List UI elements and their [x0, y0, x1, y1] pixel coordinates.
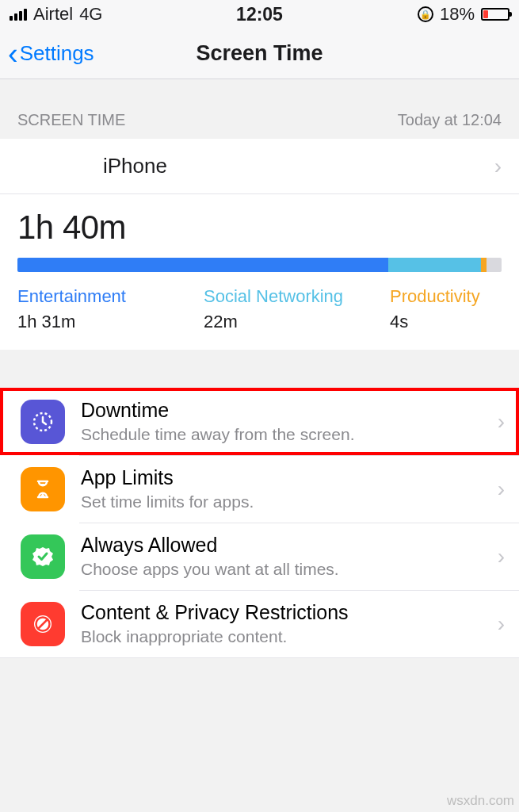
- section-title: SCREEN TIME: [17, 111, 125, 129]
- chevron-right-icon: ›: [498, 544, 505, 569]
- back-label: Settings: [20, 41, 94, 66]
- menu-item-downtime[interactable]: Downtime Schedule time away from the scr…: [0, 388, 519, 455]
- prohibit-icon: [21, 602, 65, 646]
- category-productivity: Productivity 4s: [390, 286, 502, 332]
- status-time: 12:05: [236, 4, 283, 25]
- category-social: Social Networking 22m: [204, 286, 390, 332]
- category-label: Entertainment: [17, 286, 204, 307]
- usage-segment-social: [388, 258, 481, 272]
- usage-bar-chart: [17, 258, 502, 272]
- category-time: 4s: [390, 312, 502, 332]
- category-label: Productivity: [390, 286, 502, 307]
- carrier-label: Airtel: [33, 4, 73, 25]
- menu-item-always-allowed[interactable]: Always Allowed Choose apps you want at a…: [0, 523, 519, 590]
- settings-menu: Downtime Schedule time away from the scr…: [0, 388, 519, 658]
- menu-subtitle: Choose apps you want at all times.: [81, 560, 498, 579]
- category-time: 1h 31m: [17, 312, 204, 332]
- page-title: Screen Time: [196, 41, 322, 66]
- menu-subtitle: Set time limits for apps.: [81, 492, 498, 511]
- menu-title: App Limits: [81, 466, 498, 489]
- device-name: iPhone: [103, 154, 167, 178]
- cellular-signal-icon: [10, 9, 27, 21]
- menu-title: Content & Privacy Restrictions: [81, 601, 498, 624]
- menu-title: Always Allowed: [81, 534, 498, 557]
- network-label: 4G: [79, 4, 102, 25]
- checkmark-badge-icon: [21, 534, 65, 579]
- menu-item-content-restrictions[interactable]: Content & Privacy Restrictions Block ina…: [0, 590, 519, 657]
- battery-icon: [481, 8, 509, 21]
- device-row[interactable]: iPhone ›: [0, 139, 519, 194]
- downtime-icon: [21, 400, 65, 444]
- menu-subtitle: Block inappropriate content.: [81, 627, 498, 646]
- rotation-lock-icon: 🔒: [418, 6, 433, 22]
- chevron-right-icon: ›: [494, 154, 502, 179]
- usage-segment-other: [487, 258, 502, 272]
- menu-subtitle: Schedule time away from the screen.: [81, 425, 498, 444]
- navigation-bar: ‹ Settings Screen Time: [0, 29, 519, 79]
- status-bar: Airtel 4G 12:05 🔒 18%: [0, 0, 519, 29]
- battery-percent: 18%: [440, 4, 475, 25]
- menu-title: Downtime: [81, 399, 498, 422]
- chevron-right-icon: ›: [498, 409, 505, 435]
- section-timestamp: Today at 12:04: [398, 111, 502, 129]
- chevron-right-icon: ›: [498, 611, 505, 637]
- total-screentime: 1h 40m: [17, 209, 502, 247]
- watermark: wsxdn.com: [447, 793, 514, 809]
- category-entertainment: Entertainment 1h 31m: [17, 286, 204, 332]
- usage-segment-entertainment: [17, 258, 388, 272]
- category-label: Social Networking: [204, 286, 390, 307]
- menu-item-app-limits[interactable]: App Limits Set time limits for apps. ›: [0, 455, 519, 523]
- back-button[interactable]: ‹ Settings: [8, 41, 94, 66]
- usage-summary[interactable]: 1h 40m Entertainment 1h 31m Social Netwo…: [0, 194, 519, 350]
- chevron-right-icon: ›: [498, 477, 505, 502]
- hourglass-icon: [21, 467, 65, 511]
- category-time: 22m: [204, 312, 390, 332]
- section-header-screentime: SCREEN TIME Today at 12:04: [0, 79, 519, 139]
